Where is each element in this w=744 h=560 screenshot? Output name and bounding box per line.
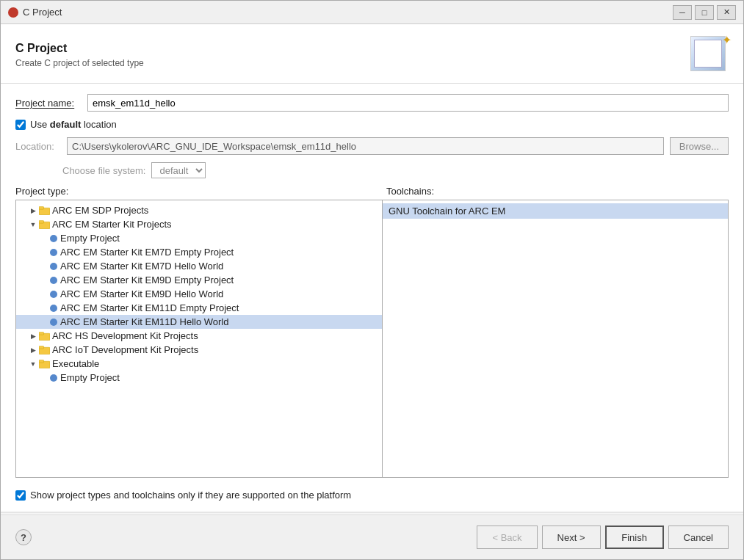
expand-icon-arc-iot[interactable]: ▶ (28, 345, 38, 355)
tree-item-arc-em-sdp[interactable]: ▶ ARC EM SDP Projects (16, 203, 382, 217)
dialog-footer: ? < Back Next > Finish Cancel (1, 514, 743, 559)
help-button[interactable]: ? (15, 529, 32, 545)
toolchains-label-container: Toolchains: (383, 186, 729, 197)
svg-rect-3 (39, 220, 44, 223)
project-type-label: Project type: (15, 186, 68, 197)
window-title: C Project (23, 7, 62, 18)
show-supported-label[interactable]: Show project types and toolchains only i… (30, 490, 351, 501)
window-icon (8, 7, 18, 18)
dot-icon-em7d-hello (50, 263, 57, 270)
tree-label-executable: Executable (52, 358, 99, 369)
dialog-body: Project name: Use default location Locat… (1, 84, 743, 511)
browse-button[interactable]: Browse... (670, 137, 729, 155)
dialog-header-text: C Project Create C project of selected t… (15, 42, 144, 68)
project-name-label: Project name: (15, 98, 82, 109)
dot-icon-em7d-empty (50, 249, 57, 256)
project-name-row: Project name: (15, 94, 729, 112)
tree-item-executable[interactable]: ▼ Executable (16, 357, 382, 371)
expand-icon-arc-em-sdp[interactable]: ▶ (28, 206, 38, 216)
dot-icon-empty-project (50, 235, 57, 242)
folder-icon-arc-hs (38, 331, 50, 341)
expand-icon-arc-em-starter[interactable]: ▼ (28, 219, 38, 230)
spacer-em9d-empty (40, 275, 50, 286)
dot-icon-exec-empty (50, 374, 57, 382)
title-bar-left: C Project (8, 7, 62, 18)
next-button[interactable]: Next > (542, 526, 601, 549)
spacer-em9d-hello (40, 289, 50, 299)
tree-label-em7d-hello: ARC EM Starter Kit EM7D Hello World (60, 261, 223, 272)
filesystem-select[interactable]: default (151, 162, 206, 178)
spacer-em11d-hello (40, 317, 50, 327)
bottom-checkbox-row: Show project types and toolchains only i… (15, 485, 729, 501)
location-row: Location: Browse... (15, 137, 729, 155)
spacer-exec-empty (40, 373, 50, 383)
tree-item-em11d-empty[interactable]: ARC EM Starter Kit EM11D Empty Project (16, 301, 382, 315)
dot-icon-em11d-hello (50, 319, 57, 326)
tree-item-em7d-hello[interactable]: ARC EM Starter Kit EM7D Hello World (16, 259, 382, 273)
back-button[interactable]: < Back (477, 526, 537, 549)
footer-buttons: < Back Next > Finish Cancel (477, 526, 729, 549)
header-icon-image (690, 36, 726, 71)
svg-rect-7 (39, 346, 44, 349)
title-bar-controls: ─ □ ✕ (673, 5, 736, 20)
spacer-empty-project (40, 233, 50, 244)
tree-label-arc-hs: ARC HS Development Kit Projects (52, 330, 198, 341)
tree-item-em9d-empty[interactable]: ARC EM Starter Kit EM9D Empty Project (16, 273, 382, 287)
title-bar: C Project ─ □ ✕ (1, 1, 743, 24)
use-default-label[interactable]: Use default location (30, 119, 117, 130)
spacer-em7d-empty (40, 247, 50, 258)
tree-label-arc-em-sdp: ARC EM SDP Projects (52, 205, 148, 216)
spacer-em7d-hello (40, 261, 50, 272)
tree-label-em9d-empty: ARC EM Starter Kit EM9D Empty Project (60, 274, 234, 286)
toolchains-label: Toolchains: (386, 186, 434, 197)
maximize-button[interactable]: □ (695, 5, 714, 20)
expand-icon-arc-hs[interactable]: ▶ (28, 331, 38, 341)
tree-item-em9d-hello[interactable]: ARC EM Starter Kit EM9D Hello World (16, 287, 382, 301)
folder-icon-arc-em-sdp (38, 206, 50, 216)
tree-item-em11d-hello[interactable]: ARC EM Starter Kit EM11D Hello World (16, 315, 382, 329)
tree-label-empty-project: Empty Project (60, 233, 120, 244)
svg-rect-5 (39, 332, 44, 335)
folder-icon-arc-em-starter (38, 219, 50, 230)
tree-label-exec-empty: Empty Project (60, 372, 120, 383)
section-labels-row: Project type: Toolchains: (15, 186, 729, 197)
folder-icon-arc-iot (38, 345, 50, 355)
location-input[interactable] (67, 137, 664, 155)
project-section: Project type: Toolchains: ▶ (15, 186, 729, 478)
tree-item-arc-hs[interactable]: ▶ ARC HS Development Kit Projects (16, 329, 382, 343)
tree-item-empty-project[interactable]: Empty Project (16, 231, 382, 245)
project-name-input[interactable] (87, 94, 729, 112)
tree-label-arc-iot: ARC IoT Development Kit Projects (52, 344, 198, 355)
use-default-checkbox[interactable] (15, 120, 26, 130)
dot-icon-em11d-empty (50, 305, 57, 312)
tree-item-arc-iot[interactable]: ▶ ARC IoT Development Kit Projects (16, 343, 382, 357)
tree-label-em7d-empty: ARC EM Starter Kit EM7D Empty Project (60, 247, 234, 258)
toolchains-panel[interactable]: GNU Toolchain for ARC EM (383, 200, 728, 477)
header-icon-star: ✦ (722, 33, 732, 47)
dot-icon-em9d-hello (50, 291, 57, 298)
toolchain-item-gnu-arc-em[interactable]: GNU Toolchain for ARC EM (383, 203, 728, 219)
location-label: Location: (15, 141, 61, 152)
tree-item-em7d-empty[interactable]: ARC EM Starter Kit EM7D Empty Project (16, 245, 382, 259)
trees-container: ▶ ARC EM SDP Projects ▼ (15, 200, 729, 478)
dialog-title: C Project (15, 42, 144, 55)
expand-icon-executable[interactable]: ▼ (28, 359, 38, 369)
minimize-button[interactable]: ─ (673, 5, 692, 20)
window: C Project ─ □ ✕ C Project Create C proje… (0, 0, 744, 560)
project-tree[interactable]: ▶ ARC EM SDP Projects ▼ (16, 200, 383, 477)
svg-rect-1 (39, 206, 44, 209)
tree-label-em9d-hello: ARC EM Starter Kit EM9D Hello World (60, 288, 223, 299)
filesystem-row: Choose file system: default (15, 162, 729, 178)
tree-item-exec-empty[interactable]: Empty Project (16, 371, 382, 385)
cancel-button[interactable]: Cancel (668, 526, 729, 549)
finish-button[interactable]: Finish (605, 526, 664, 549)
tree-item-arc-em-starter[interactable]: ▼ ARC EM Starter Kit Projects (16, 217, 382, 231)
separator (1, 512, 743, 513)
close-button[interactable]: ✕ (717, 5, 736, 20)
use-default-location-row: Use default location (15, 119, 729, 130)
header-icon: ✦ (690, 36, 729, 74)
spacer-em11d-empty (40, 303, 50, 313)
dialog-subtitle: Create C project of selected type (15, 58, 144, 68)
filesystem-label: Choose file system: (62, 165, 145, 176)
show-supported-checkbox[interactable] (15, 490, 26, 501)
